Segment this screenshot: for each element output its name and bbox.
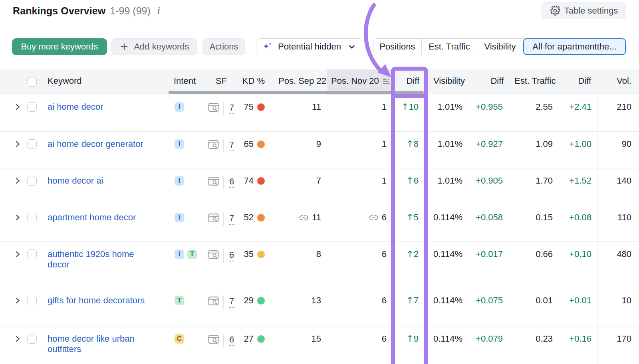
keyword-link[interactable]: gifts for home decorators [48,295,145,305]
column-header-visibility[interactable]: Visibility [433,76,465,86]
expand-row-icon[interactable] [13,296,22,307]
kd-level-dot [257,297,265,305]
expand-row-icon[interactable] [13,140,22,151]
view-tab-positions[interactable]: Positions [373,39,422,55]
visibility-diff-cell: +0.927 [476,139,503,149]
pos-nov-20-value: 6 [382,249,387,259]
expand-row-icon[interactable] [13,250,22,261]
volume-cell: 480 [617,249,631,259]
pos-nov-20-cell: 6 [382,249,387,259]
row-checkbox[interactable] [27,213,37,222]
row-checkbox[interactable] [27,139,37,149]
sf-count[interactable]: 7 [229,103,234,114]
column-header-keyword[interactable]: Keyword [48,76,82,86]
pos-sep-22-cell: 11 [299,212,321,223]
select-all-checkbox[interactable] [27,77,37,87]
keyword-cell: ai home decor generator [48,139,154,149]
expand-row-icon[interactable] [13,103,22,114]
row-checkbox-wrap [27,249,37,259]
row-checkbox[interactable] [27,334,37,344]
volume-cell: 210 [617,102,631,112]
link-icon[interactable] [369,213,379,223]
column-header-traffic-diff[interactable]: Diff [578,76,591,86]
buy-more-keywords-button[interactable]: Buy more keywords [12,38,107,55]
pos-sep-22-cell: 7 [316,176,321,186]
sf-count[interactable]: 6 [229,177,234,188]
visibility-diff-cell: +0.058 [476,212,503,223]
keyword-link[interactable]: apartment home decor [48,212,136,222]
est-traffic-cell: 0.66 [536,249,553,259]
intent-badge-I: I [175,249,184,259]
sf-count[interactable]: 7 [229,140,234,151]
pos-sep-22-cell: 11 [312,102,321,112]
keyword-link[interactable]: home decor like urban outfitters [48,334,135,354]
keyword-link[interactable]: authentic 1920s home decor [48,249,134,269]
expand-row-icon[interactable] [13,213,22,224]
sf-count[interactable]: 6 [229,335,234,346]
kd-level-dot [257,103,265,111]
kd-level-dot [257,335,265,343]
pos-nov-20-value: 6 [382,295,387,306]
serp-features-cell: 6 [208,176,234,189]
pos-sep-22-cell: 9 [316,139,321,149]
horizontal-scrollbar-thumb[interactable] [169,91,424,94]
intent-cell: IT [175,249,197,259]
column-header-volume[interactable]: Vol. [617,76,631,86]
column-header-est-traffic[interactable]: Est. Traffic [514,76,556,86]
keyword-link[interactable]: home decor ai [48,176,103,186]
est-traffic-cell: 2.55 [536,102,553,112]
chevron-down-icon [347,42,356,51]
keyword-row: ai home decorI775111↑101.01%+0.9552.55+2… [0,95,639,132]
link-icon[interactable] [299,213,309,223]
gear-icon [550,6,560,16]
actions-button[interactable]: Actions [202,38,245,55]
kd-cell: 74 [244,176,265,186]
kd-level-dot [257,251,265,258]
view-tab-est-traffic[interactable]: Est. Traffic [422,39,478,55]
row-checkbox[interactable] [27,296,37,305]
info-icon[interactable]: i [157,5,160,16]
view-tab-visibility[interactable]: Visibility [477,39,523,55]
keyword-link[interactable]: ai home decor [48,102,103,112]
column-header-pos-sep-22[interactable]: Pos. Sep 22 [278,76,326,86]
keyword-link[interactable]: ai home decor generator [48,139,143,149]
table-settings-button[interactable]: Table settings [542,2,626,19]
visibility-cell: 0.114% [433,334,462,344]
position-diff-cell: ↑8 [406,139,419,149]
sf-divider [223,176,224,189]
add-keywords-button[interactable]: Add keywords [111,38,197,55]
expand-row-icon[interactable] [13,334,22,346]
sf-count[interactable]: 7 [229,297,234,308]
serp-features-cell: 7 [208,295,234,309]
serp-features-icon [208,140,219,152]
column-header-intent[interactable]: Intent [174,76,196,86]
column-header-pos-nov-20[interactable]: Pos. Nov 20 [331,76,391,86]
column-header-vis-diff[interactable]: Diff [490,76,504,86]
expand-row-icon[interactable] [13,176,22,188]
sf-count[interactable]: 7 [229,214,234,225]
select-all-checkbox-wrap [27,77,37,87]
view-switcher: Positions Est. Traffic Visibility All fo… [373,38,626,55]
volume-cell: 10 [622,295,631,306]
serp-features-icon [208,213,219,226]
row-checkbox-wrap [27,139,37,149]
view-tab-all-selected[interactable]: All for apartmentthe... [523,38,626,55]
row-checkbox[interactable] [27,176,37,186]
traffic-diff-cell: +1.52 [569,176,591,186]
est-traffic-cell: 0.23 [536,334,553,344]
sf-count[interactable]: 6 [229,250,234,261]
volume-cell: 110 [617,212,631,223]
column-header-diff[interactable]: Diff [406,76,419,86]
potential-hidden-dropdown[interactable]: Potential hidden [256,38,362,55]
volume-cell: 90 [622,139,631,149]
row-checkbox[interactable] [27,249,37,259]
intent-badge-I: I [175,213,184,222]
position-diff-cell: ↑10 [401,102,419,112]
column-header-kd[interactable]: KD % [242,76,265,86]
pos-sep-22-cell: 15 [312,334,321,344]
kd-value: 27 [244,334,254,344]
traffic-diff-cell: +1.00 [569,139,591,149]
column-header-sf[interactable]: SF [216,76,227,86]
row-checkbox[interactable] [27,102,37,112]
up-arrow-icon: ↑ [406,295,413,305]
